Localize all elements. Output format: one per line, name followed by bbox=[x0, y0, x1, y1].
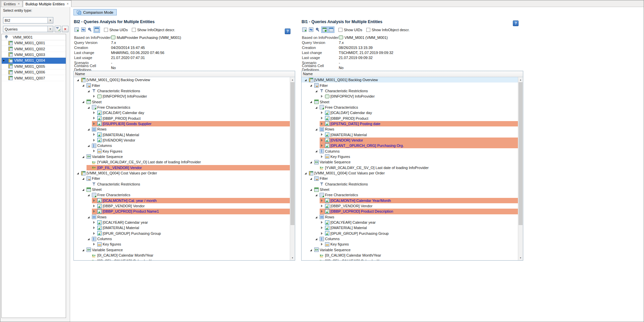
search-button[interactable] bbox=[315, 26, 321, 33]
tree-row[interactable]: [0CALDAY] Calendar day bbox=[74, 110, 290, 115]
show-infoobject-descr-checkbox[interactable]: Show InfoObject descr. bbox=[366, 28, 410, 32]
expand-icon[interactable] bbox=[320, 220, 324, 225]
collapse-icon[interactable] bbox=[87, 143, 91, 148]
expand-icon[interactable] bbox=[320, 154, 324, 159]
apply-filter-button[interactable] bbox=[55, 26, 61, 32]
expand-icon[interactable] bbox=[320, 209, 324, 214]
expand-icon[interactable] bbox=[320, 225, 324, 230]
tree-row[interactable]: Columns bbox=[74, 236, 290, 241]
tree-row[interactable]: Columns bbox=[302, 236, 518, 241]
expand-icon[interactable] bbox=[320, 241, 324, 247]
scroll-down-icon[interactable]: ▼ bbox=[518, 255, 523, 260]
tree-row[interactable]: [0P_CEL_CALYEAR] Calendar Year bbox=[74, 258, 290, 260]
tree-row[interactable]: [0CALYEAR] Calendar year bbox=[74, 220, 290, 225]
tree-row[interactable]: [0INFOPROV] InfoProvider bbox=[74, 94, 290, 99]
tree-row[interactable]: Free Characteristics bbox=[74, 192, 290, 198]
tree-row[interactable]: Rows bbox=[302, 126, 518, 132]
entity-list-item[interactable]: VMM_M001_Q007 bbox=[2, 75, 66, 81]
help-button[interactable]: ? bbox=[285, 29, 290, 34]
chevron-down-icon[interactable]: ▼ bbox=[47, 17, 53, 23]
tree-row[interactable]: [0BBP_UCPROD] Product Name1 bbox=[74, 209, 290, 214]
expand-icon[interactable] bbox=[320, 94, 324, 99]
tree-row[interactable]: [0SUPPLIER] Goods Supplier bbox=[74, 121, 290, 126]
tree-row[interactable]: [0MATERIAL] Material bbox=[74, 132, 290, 137]
show-infoobject-descr-checkbox[interactable]: Show InfoObject descr. bbox=[132, 28, 175, 32]
tree-row[interactable]: Characteristic Restrictions bbox=[302, 88, 518, 94]
comparison-mode-button[interactable]: Comparison Mode bbox=[73, 9, 117, 15]
expand-icon[interactable] bbox=[92, 115, 96, 121]
expand-icon[interactable] bbox=[320, 121, 324, 126]
collapse-icon[interactable] bbox=[87, 88, 91, 94]
collapse-icon[interactable] bbox=[81, 187, 86, 192]
tree-row[interactable]: Sheet bbox=[74, 99, 290, 104]
expand-icon[interactable] bbox=[320, 138, 324, 143]
tree-row[interactable]: [0P_CEL_CALYEAR] Calendar Year bbox=[302, 258, 518, 260]
grid-view-button[interactable] bbox=[94, 26, 100, 33]
entity-list-item[interactable]: VMM_M001_Q005 bbox=[2, 64, 66, 69]
entity-list-item[interactable]: VMM_M001_Q003 bbox=[2, 52, 66, 58]
collapse-icon[interactable] bbox=[309, 83, 313, 88]
tree-row[interactable]: [0VENDOR] Vendor bbox=[302, 138, 518, 143]
expand-icon[interactable] bbox=[92, 132, 96, 137]
tree-row[interactable]: [0PLANT__0PURCH_ORG] Purchasing Org. bbox=[302, 143, 518, 148]
collapse-icon[interactable] bbox=[309, 247, 313, 253]
tree-row[interactable]: [0I_CALMO] Calendar Month/Year bbox=[74, 253, 290, 258]
tree-row[interactable]: Filter bbox=[74, 83, 290, 88]
collapse-icon[interactable] bbox=[304, 170, 308, 176]
expand-icon[interactable] bbox=[320, 198, 324, 203]
expand-icon[interactable] bbox=[92, 231, 96, 236]
tree-row[interactable]: [0BBP_UCPROD] Product Description bbox=[302, 209, 518, 214]
collapse-icon[interactable] bbox=[81, 99, 86, 104]
scroll-up-icon[interactable]: ▲ bbox=[518, 77, 523, 82]
tree-row[interactable]: Sheet bbox=[74, 187, 290, 192]
tree-row[interactable]: Characteristic Restrictions bbox=[74, 88, 290, 94]
clear-filter-button[interactable]: × bbox=[62, 26, 68, 32]
collapse-icon[interactable] bbox=[314, 88, 319, 94]
tree-row[interactable]: [0CALYEAR] Calendar year bbox=[302, 220, 518, 225]
chevron-down-icon[interactable]: ▼ bbox=[47, 26, 53, 32]
tree-row[interactable]: Free Characteristics bbox=[74, 105, 290, 110]
entity-list-item[interactable]: VMM_M001_Q006 bbox=[2, 69, 66, 75]
tree-row[interactable]: [0CALMONTH] Cal. year / month bbox=[74, 198, 290, 203]
tree-row[interactable]: [VMM_M001_Q001] Backlog Overview bbox=[302, 77, 518, 83]
tree-row[interactable]: Variable Sequence bbox=[302, 247, 518, 253]
show-uids-checkbox[interactable]: Show UIDs bbox=[104, 28, 128, 32]
tree-row[interactable]: [0PUR_GROUP] Purchasing Group bbox=[302, 231, 518, 236]
expand-icon[interactable] bbox=[92, 94, 96, 99]
tree-row[interactable]: Key figures bbox=[74, 241, 290, 247]
sync-compare-button[interactable] bbox=[321, 26, 328, 33]
expand-icon[interactable] bbox=[92, 220, 96, 225]
tree-row[interactable]: [0MATERIAL] Material bbox=[74, 225, 290, 230]
tree-row[interactable]: [0BBP_VENDOR] Vendor bbox=[302, 203, 518, 209]
tree-row[interactable]: Rows bbox=[302, 214, 518, 220]
tree-row[interactable]: [0P_FIL_VENDOR] Vendor bbox=[74, 165, 290, 170]
tree-row[interactable]: [0BBP_PROD] Product bbox=[74, 115, 290, 121]
tree-row[interactable]: Variable Sequence bbox=[302, 159, 518, 165]
search-button[interactable] bbox=[87, 26, 93, 33]
tree-row[interactable]: Characteristic Restrictions bbox=[74, 181, 290, 187]
collapse-icon[interactable] bbox=[309, 176, 313, 181]
tree-row[interactable]: Free Characteristics bbox=[302, 192, 518, 198]
tree-row[interactable]: [0MATERIAL] Material bbox=[302, 225, 518, 230]
tree-row[interactable]: Filter bbox=[302, 83, 518, 88]
tree-row[interactable]: Sheet bbox=[302, 187, 518, 192]
tree-row[interactable]: [VMM_M001_Q001] Backlog Overview bbox=[74, 77, 290, 83]
collapse-icon[interactable] bbox=[87, 214, 91, 220]
tree-row[interactable]: Filter bbox=[302, 176, 518, 181]
tree-row[interactable]: Sheet bbox=[302, 99, 518, 104]
collapse-icon[interactable] bbox=[87, 126, 91, 132]
tree-row[interactable]: Key Figures bbox=[74, 148, 290, 154]
tree-row[interactable]: Characteristic Restrictions bbox=[302, 181, 518, 187]
expand-icon[interactable] bbox=[92, 209, 96, 214]
expand-icon[interactable] bbox=[92, 138, 96, 143]
vertical-scrollbar[interactable]: ▲ ▼ bbox=[518, 77, 523, 260]
collapse-icon[interactable] bbox=[76, 77, 80, 83]
show-uids-checkbox[interactable]: Show UIDs bbox=[338, 28, 362, 32]
scrollbar-thumb[interactable] bbox=[290, 82, 294, 225]
collapse-icon[interactable] bbox=[314, 148, 319, 154]
collapse-icon[interactable] bbox=[314, 192, 319, 198]
tree-row[interactable]: [0PUR_GROUP] Purchasing Group bbox=[74, 231, 290, 236]
vertical-scrollbar[interactable]: ▲ ▼ bbox=[290, 77, 295, 260]
expand-icon[interactable] bbox=[320, 132, 324, 137]
tree-row[interactable]: [0CALMONTH] Calendar Year/Month bbox=[302, 198, 518, 203]
